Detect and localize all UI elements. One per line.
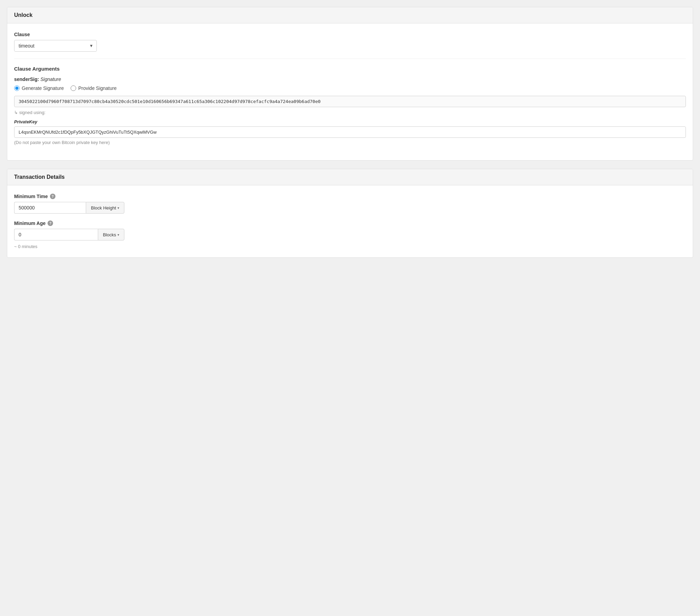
clause-section: Clause timeout transfer ▼ [14, 32, 686, 52]
clause-label: Clause [14, 32, 686, 37]
transaction-details-title: Transaction Details [14, 174, 65, 180]
unlock-panel-header: Unlock [7, 7, 693, 23]
provide-signature-radio[interactable] [71, 85, 76, 91]
unlock-panel-body: Clause timeout transfer ▼ Clause Argumen… [7, 23, 693, 160]
unlock-title: Unlock [14, 12, 32, 18]
signature-radio-group: Generate Signature Provide Signature [14, 85, 686, 91]
private-key-input[interactable] [14, 126, 686, 138]
generate-signature-radio[interactable] [14, 85, 20, 91]
minimum-time-section: Minimum Time ? Block Height ▾ [14, 194, 686, 214]
minimum-time-unit-button[interactable]: Block Height ▾ [86, 202, 124, 214]
generate-signature-label: Generate Signature [22, 85, 64, 91]
minimum-time-label-row: Minimum Time ? [14, 194, 686, 199]
divider-1 [14, 59, 686, 59]
minimum-age-input-group: Blocks ▾ [14, 229, 124, 240]
minimum-age-label: Minimum Age [14, 220, 45, 226]
transaction-details-body: Minimum Time ? Block Height ▾ Minimum Ag… [7, 185, 693, 257]
generate-signature-radio-label[interactable]: Generate Signature [14, 85, 64, 91]
sender-sig-label-row: senderSig: Signature [14, 76, 686, 82]
minimum-time-label: Minimum Time [14, 194, 48, 199]
minimum-age-section: Minimum Age ? Blocks ▾ ~ 0 minutes [14, 220, 686, 249]
minimum-age-unit-button[interactable]: Blocks ▾ [98, 229, 124, 240]
transaction-details-header: Transaction Details [7, 169, 693, 185]
private-key-label: PrivateKey [14, 119, 686, 124]
clause-select[interactable]: timeout transfer [14, 40, 97, 52]
minimum-age-unit-label: Blocks [103, 232, 116, 237]
transaction-details-panel: Transaction Details Minimum Time ? Block… [7, 169, 693, 258]
private-key-hint: (Do not paste your own Bitcoin private k… [14, 140, 686, 145]
provide-signature-label: Provide Signature [78, 85, 116, 91]
minimum-time-help-icon[interactable]: ? [50, 194, 55, 199]
unlock-panel: Unlock Clause timeout transfer ▼ Clause … [7, 7, 693, 161]
minimum-age-help-icon[interactable]: ? [48, 220, 53, 226]
approx-time: ~ 0 minutes [14, 244, 686, 249]
minimum-time-input[interactable] [14, 202, 86, 214]
sender-sig-key: senderSig: [14, 76, 39, 82]
signature-value-input[interactable] [14, 96, 686, 107]
minimum-age-label-row: Minimum Age ? [14, 220, 686, 226]
signed-using-label: signed using: [19, 110, 46, 115]
provide-signature-radio-label[interactable]: Provide Signature [71, 85, 116, 91]
sender-sig-type: Signature [40, 76, 61, 82]
minimum-time-caret-icon: ▾ [117, 206, 119, 210]
clause-arguments-title: Clause Arguments [14, 66, 686, 72]
minimum-age-caret-icon: ▾ [117, 233, 119, 237]
clause-arguments-section: Clause Arguments senderSig: Signature Ge… [14, 66, 686, 145]
minimum-time-input-group: Block Height ▾ [14, 202, 124, 214]
minimum-age-input[interactable] [14, 229, 98, 240]
minimum-time-unit-label: Block Height [91, 205, 116, 211]
signed-using-text: signed using: [14, 110, 686, 115]
clause-select-wrapper: timeout transfer ▼ [14, 40, 97, 52]
